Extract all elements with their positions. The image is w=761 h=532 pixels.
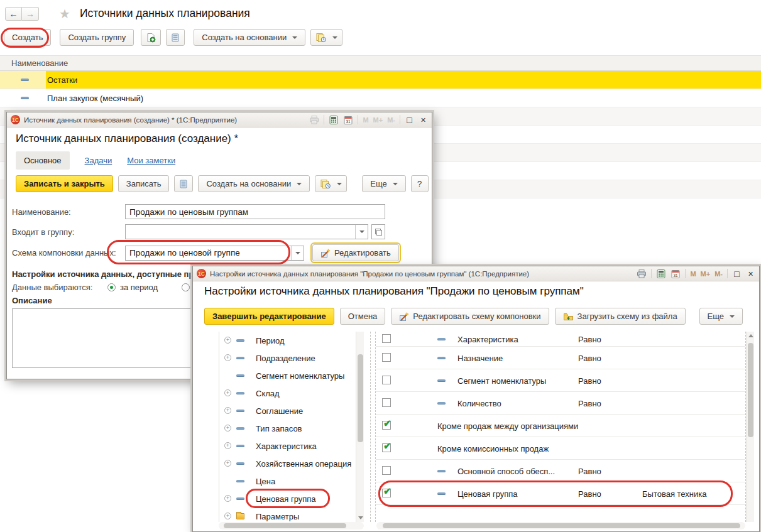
print-icon[interactable] <box>637 269 647 279</box>
grid-row[interactable]: ✔Кроме продаж между организациями <box>376 415 745 437</box>
window-titlebar[interactable]: 1С Настройки источника данных планирован… <box>193 266 759 281</box>
copy-history-button[interactable] <box>315 175 347 192</box>
expand-icon[interactable]: + <box>224 337 231 344</box>
tree-item[interactable]: +Период <box>219 332 356 349</box>
grid-row[interactable]: НазначениеРавно <box>376 347 745 369</box>
row-checkbox[interactable]: ✔ <box>382 443 391 452</box>
finish-editing-button[interactable]: Завершить редактирование <box>204 308 334 325</box>
scrollbar-thumb[interactable] <box>358 354 363 442</box>
open-choice-button[interactable] <box>371 224 385 239</box>
name-input[interactable] <box>126 205 385 219</box>
grid-row[interactable]: Сегмент номенклатурыРавно <box>376 369 745 392</box>
row-checkbox[interactable] <box>382 398 391 407</box>
expand-icon[interactable]: + <box>224 442 231 449</box>
memory-m-button[interactable]: M <box>690 270 696 278</box>
calendar-icon[interactable]: 31 <box>671 269 681 279</box>
scrollbar-thumb[interactable] <box>383 523 740 528</box>
journal-button[interactable] <box>166 29 185 46</box>
radio-second-option[interactable] <box>182 283 190 291</box>
tree-item[interactable]: +Подразделение <box>219 349 356 367</box>
create-based-on-button[interactable]: Создать на основании <box>194 29 305 46</box>
back-button[interactable]: ← <box>5 7 22 21</box>
journal-button[interactable] <box>174 175 193 192</box>
help-button[interactable]: ? <box>411 175 429 192</box>
close-button[interactable]: × <box>419 116 428 124</box>
tree-item[interactable]: +Склад <box>219 384 356 402</box>
maximize-button[interactable]: □ <box>732 269 742 278</box>
parent-group-dropdown[interactable] <box>355 225 368 239</box>
expand-icon[interactable]: + <box>224 354 231 361</box>
tree-item[interactable]: +Соглашение <box>219 402 356 420</box>
new-document-button[interactable] <box>141 29 161 46</box>
grid-row[interactable]: ✔Кроме комиссионных продаж <box>376 437 745 460</box>
memory-mplus-button[interactable]: M+ <box>701 270 711 278</box>
expand-icon[interactable]: + <box>224 389 231 396</box>
calculator-icon[interactable] <box>329 115 339 125</box>
load-schema-button[interactable]: Загрузить схему из файла <box>555 308 686 325</box>
parent-group-input[interactable] <box>126 225 355 239</box>
list-item[interactable]: План закупок (месячный) <box>0 89 761 107</box>
panel-splitter[interactable] <box>364 332 376 522</box>
row-checkbox[interactable] <box>382 376 391 384</box>
row-checkbox[interactable] <box>382 353 391 362</box>
row-checkbox[interactable]: ✔ <box>382 421 391 430</box>
copy-history-button[interactable] <box>310 29 342 46</box>
expand-icon[interactable]: + <box>224 460 231 467</box>
grid-row[interactable]: Основной способ обесп...Равно <box>376 460 745 482</box>
scrollbar-thumb[interactable] <box>748 343 753 437</box>
tab-tasks[interactable]: Задачи <box>85 156 112 165</box>
item-dash-icon <box>236 357 244 359</box>
grid-row[interactable]: ✔Ценовая группаРавноБытовая техника <box>376 482 745 505</box>
scroll-down-icon[interactable] <box>358 516 363 519</box>
schema-input[interactable] <box>126 246 291 260</box>
memory-mminus-button[interactable]: M- <box>714 270 723 278</box>
schema-dropdown[interactable] <box>291 246 304 260</box>
create-based-on-button[interactable]: Создать на основании <box>198 175 310 192</box>
document-clock-icon <box>320 179 331 189</box>
cancel-button[interactable]: Отмена <box>340 308 386 325</box>
expand-icon[interactable]: + <box>224 513 231 519</box>
radio-for-period[interactable] <box>107 283 116 291</box>
forward-button[interactable]: → <box>22 7 39 21</box>
favorite-star-icon[interactable]: ★ <box>59 6 70 21</box>
grid-row[interactable]: КоличествоРавно <box>376 392 745 415</box>
calculator-icon[interactable] <box>656 269 666 279</box>
edit-composition-schema-button[interactable]: Редактировать схему компоновки <box>391 308 549 325</box>
row-checkbox[interactable] <box>382 334 391 343</box>
close-button[interactable]: × <box>746 269 755 278</box>
list-item[interactable]: Остатки <box>0 71 761 89</box>
tree-item[interactable]: Сегмент номенклатуры <box>219 367 356 384</box>
tab-main[interactable]: Основное <box>16 151 70 170</box>
save-button[interactable]: Записать <box>118 175 170 192</box>
maximize-button[interactable]: □ <box>405 116 414 124</box>
window-titlebar[interactable]: 1С Источник данных планирования (создани… <box>7 112 432 128</box>
create-group-button[interactable]: Создать группу <box>60 29 134 46</box>
grid-vertical-scrollbar[interactable] <box>746 332 754 522</box>
tree-item[interactable]: +Характеристика <box>219 437 356 455</box>
scroll-up-icon[interactable] <box>748 334 753 337</box>
tree-item[interactable]: +Тип запасов <box>219 420 356 437</box>
tree-item[interactable]: +Ценовая группа <box>219 490 356 508</box>
tree-item[interactable]: +Хозяйственная операция <box>219 455 356 472</box>
grid-horizontal-scrollbar[interactable] <box>376 522 745 529</box>
expand-icon[interactable]: + <box>224 407 231 414</box>
save-and-close-button[interactable]: Записать и закрыть <box>16 175 113 192</box>
scrollbar-thumb[interactable] <box>224 523 346 528</box>
more-button[interactable]: Еще <box>699 308 743 325</box>
edit-schema-button[interactable]: Редактировать <box>312 244 399 261</box>
grid-row[interactable]: ХарактеристикаРавно <box>376 332 745 347</box>
calendar-icon[interactable]: 31 <box>343 115 353 125</box>
expand-icon[interactable]: + <box>224 495 231 502</box>
row-checkbox[interactable] <box>382 466 391 475</box>
list-column-header[interactable]: Наименование <box>0 55 761 71</box>
tree-vertical-scrollbar[interactable] <box>356 332 364 522</box>
tree-item[interactable]: Цена <box>219 472 356 490</box>
list-item-label: План закупок (месячный) <box>47 94 143 103</box>
tab-notes[interactable]: Мои заметки <box>127 156 175 165</box>
expand-icon[interactable]: + <box>224 425 231 432</box>
create-button[interactable]: Создать <box>4 29 51 46</box>
more-button[interactable]: Еще <box>362 175 405 192</box>
row-checkbox[interactable]: ✔ <box>382 489 391 497</box>
tree-horizontal-scrollbar[interactable] <box>219 522 364 529</box>
tree-item[interactable]: +Параметры <box>219 508 356 522</box>
